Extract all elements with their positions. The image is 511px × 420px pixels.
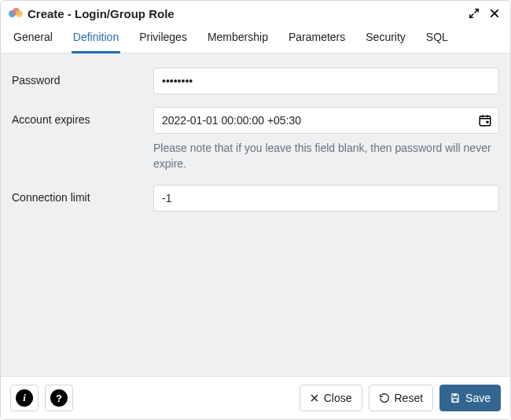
account-expires-helper: Please note that if you leave this field…	[153, 140, 499, 172]
save-icon	[450, 392, 461, 403]
account-expires-input[interactable]	[153, 107, 499, 134]
label-connection-limit: Connection limit	[12, 185, 153, 204]
help-icon: ?	[50, 389, 68, 407]
tab-security[interactable]: Security	[364, 24, 407, 53]
calendar-icon[interactable]	[477, 112, 493, 128]
info-icon: i	[16, 389, 33, 407]
footer: i ? Close Reset Save	[1, 376, 510, 419]
connection-limit-input[interactable]	[153, 185, 499, 212]
app-icon	[9, 8, 23, 19]
close-small-icon	[310, 393, 319, 403]
svg-rect-0	[480, 116, 491, 126]
row-password: Password	[12, 68, 499, 94]
close-icon[interactable]	[487, 6, 502, 21]
label-password: Password	[12, 68, 153, 87]
reset-button[interactable]: Reset	[369, 385, 434, 411]
label-account-expires: Account expires	[12, 107, 153, 126]
row-account-expires: Account expires Please note that if you …	[12, 107, 499, 172]
save-button-label: Save	[465, 392, 491, 404]
close-button[interactable]: Close	[300, 385, 362, 411]
tab-general[interactable]: General	[12, 24, 54, 53]
row-connection-limit: Connection limit	[12, 185, 499, 212]
save-button[interactable]: Save	[439, 385, 501, 411]
tab-parameters[interactable]: Parameters	[287, 24, 347, 53]
expand-icon[interactable]	[466, 6, 482, 21]
tab-membership[interactable]: Membership	[206, 24, 270, 53]
help-button[interactable]: ?	[45, 385, 73, 411]
tab-definition[interactable]: Definition	[72, 24, 120, 53]
tab-sql[interactable]: SQL	[425, 24, 450, 53]
svg-rect-2	[454, 394, 457, 396]
svg-rect-1	[487, 121, 489, 123]
tabs: General Definition Privileges Membership…	[1, 24, 510, 53]
titlebar: Create - Login/Group Role	[1, 1, 510, 24]
close-button-label: Close	[324, 392, 352, 404]
tab-privileges[interactable]: Privileges	[138, 24, 189, 53]
dialog-body: Password Account expires	[1, 53, 510, 376]
create-login-group-role-dialog: Create - Login/Group Role General Defini…	[0, 0, 511, 420]
dialog-title: Create - Login/Group Role	[28, 7, 461, 20]
reset-button-label: Reset	[395, 392, 424, 404]
reset-icon	[379, 392, 390, 403]
info-button[interactable]: i	[10, 385, 39, 411]
password-input[interactable]	[153, 68, 499, 94]
